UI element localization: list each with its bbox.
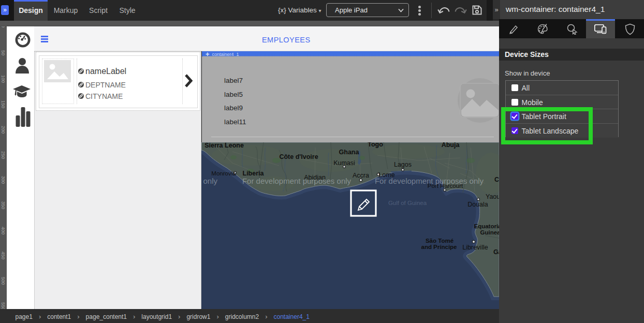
svg-text:only: only (203, 177, 217, 185)
svg-text:Libreville: Libreville (462, 244, 488, 251)
svg-text:Abuja: Abuja (442, 142, 460, 149)
svg-text:For development purposes only: For development purposes only (375, 177, 484, 185)
svg-text:Ghana: Ghana (339, 149, 360, 156)
svg-text:São Tomé: São Tomé (426, 238, 453, 244)
svg-text:Accra: Accra (353, 172, 369, 179)
svg-text:Côte d'Ivoire: Côte d'Ivoire (279, 153, 318, 160)
svg-text:Lagos: Lagos (394, 161, 412, 168)
svg-text:Douala: Douala (467, 201, 488, 208)
svg-text:Monrovia: Monrovia (211, 170, 236, 177)
svg-text:Gulf of Guinea: Gulf of Guinea (388, 200, 427, 206)
svg-text:Togo: Togo (368, 142, 383, 148)
svg-text:Liberia: Liberia (243, 170, 265, 177)
svg-text:Kumasi: Kumasi (333, 159, 355, 167)
svg-text:Sierra Leone: Sierra Leone (204, 142, 244, 149)
svg-text:For development purposes only: For development purposes only (242, 177, 352, 185)
svg-text:and Príncipe: and Príncipe (421, 244, 457, 250)
